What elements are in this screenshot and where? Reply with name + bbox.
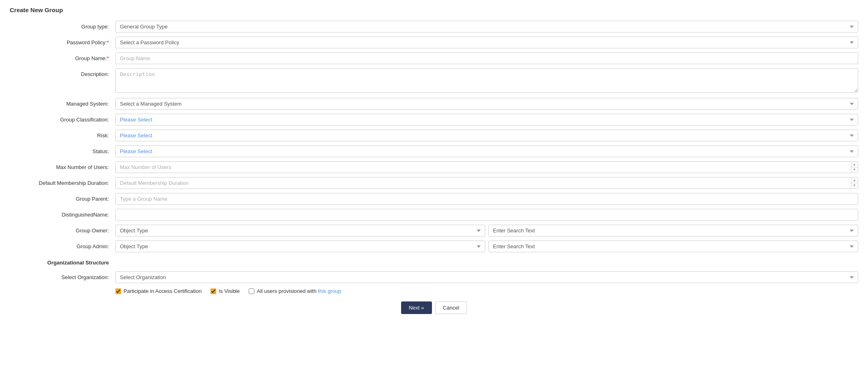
participate-label: Participate in Access Certification [124,288,202,294]
status-select[interactable]: Please Select [115,145,858,157]
group-name-input[interactable] [115,52,858,64]
default-membership-control: ▲ ▼ [115,177,858,189]
description-textarea[interactable] [115,68,858,93]
org-structure-header: Organizational Structure [10,256,115,267]
risk-label: Risk: [10,130,115,139]
default-membership-spinner: ▲ ▼ [115,177,858,189]
max-users-spinners: ▲ ▼ [851,162,857,172]
group-name-control [115,52,858,64]
participate-checkbox-item: Participate in Access Certification [115,288,202,294]
default-membership-label: Default Membership Duration: [10,177,115,186]
group-owner-control: Object Type Enter Search Text [115,225,858,236]
group-admin-object-type-select[interactable]: Object Type [115,240,485,252]
default-membership-input[interactable] [115,177,858,189]
password-policy-label: Password Policy:* [10,37,115,46]
password-policy-select[interactable]: Select a Password Policy [115,37,858,48]
password-policy-control: Select a Password Policy [115,37,858,48]
all-users-checkbox-item: All users provisioned with this group [249,288,341,294]
distinguished-name-input[interactable] [115,209,858,221]
form-body: Group type: General Group Type Password … [10,21,858,314]
select-org-row: Select Organization: Select Organization [10,271,858,283]
group-owner-search-select[interactable]: Enter Search Text [488,225,858,236]
group-type-label: Group type: [10,21,115,30]
next-button[interactable]: Next » [401,301,432,314]
managed-system-label: Managed System: [10,98,115,107]
btn-row: Next » Cancel [10,301,858,314]
group-classification-control: Please Select [115,114,858,126]
required-star: * [107,39,109,46]
this-group-link[interactable]: this group [318,288,341,294]
is-visible-checkbox-item: Is Visible [210,288,240,294]
cancel-button[interactable]: Cancel [435,301,467,314]
group-owner-label: Group Owner: [10,225,115,234]
password-policy-row: Password Policy:* Select a Password Poli… [10,37,858,48]
max-users-control: ▲ ▼ [115,161,858,173]
max-users-row: Max Number of Users: ▲ ▼ [10,161,858,173]
max-users-label: Max Number of Users: [10,161,115,170]
is-visible-label: Is Visible [219,288,240,294]
description-control [115,68,858,94]
group-owner-row: Group Owner: Object Type Enter Search Te… [10,225,858,236]
managed-system-control: Select a Managed System [115,98,858,110]
participate-checkbox[interactable] [115,288,121,294]
distinguished-name-label: DistinguishedName: [10,209,115,218]
is-visible-checkbox[interactable] [210,288,216,294]
group-parent-label: Group Parent: [10,193,115,202]
org-structure-header-row: Organizational Structure [10,256,858,267]
group-admin-control: Object Type Enter Search Text [115,240,858,252]
all-users-label: All users provisioned with this group [257,288,341,294]
group-type-row: Group type: General Group Type [10,21,858,32]
risk-row: Risk: Please Select [10,130,858,141]
default-membership-down[interactable]: ▼ [851,183,857,188]
group-classification-row: Group Classification: Please Select [10,114,858,126]
status-row: Status: Please Select [10,145,858,157]
group-name-row: Group Name:* [10,52,858,64]
max-users-input[interactable] [115,161,858,173]
group-admin-inputs: Object Type Enter Search Text [115,240,858,252]
select-org-control: Select Organization [115,271,858,283]
group-admin-search-select[interactable]: Enter Search Text [488,240,858,252]
max-users-down[interactable]: ▼ [851,167,857,172]
max-users-up[interactable]: ▲ [851,162,857,167]
group-classification-label: Group Classification: [10,114,115,123]
select-org-label: Select Organization: [10,271,115,280]
managed-system-select[interactable]: Select a Managed System [115,98,858,110]
default-membership-spinners: ▲ ▼ [851,178,857,188]
distinguished-name-row: DistinguishedName: [10,209,858,221]
group-parent-row: Group Parent: [10,193,858,205]
description-label: Description: [10,68,115,77]
group-parent-control [115,193,858,205]
default-membership-row: Default Membership Duration: ▲ ▼ [10,177,858,189]
managed-system-row: Managed System: Select a Managed System [10,98,858,110]
select-org-select[interactable]: Select Organization [115,271,858,283]
checkbox-row: Participate in Access Certification Is V… [115,288,858,294]
group-owner-inputs: Object Type Enter Search Text [115,225,858,236]
risk-control: Please Select [115,130,858,141]
group-owner-object-type-select[interactable]: Object Type [115,225,485,236]
group-parent-input[interactable] [115,193,858,205]
all-users-checkbox[interactable] [249,288,254,294]
group-type-control: General Group Type [115,21,858,32]
max-users-spinner: ▲ ▼ [115,161,858,173]
group-admin-row: Group Admin: Object Type Enter Search Te… [10,240,858,252]
group-classification-select[interactable]: Please Select [115,114,858,126]
group-admin-label: Group Admin: [10,240,115,249]
distinguished-name-control [115,209,858,221]
page-container: Create New Group Group type: General Gro… [0,0,868,377]
group-name-label: Group Name:* [10,52,115,61]
status-label: Status: [10,145,115,154]
description-row: Description: [10,68,858,94]
group-type-select[interactable]: General Group Type [115,21,858,32]
page-title: Create New Group [10,6,858,13]
required-star2: * [107,55,109,61]
default-membership-up[interactable]: ▲ [851,178,857,183]
status-control: Please Select [115,145,858,157]
risk-select[interactable]: Please Select [115,130,858,141]
